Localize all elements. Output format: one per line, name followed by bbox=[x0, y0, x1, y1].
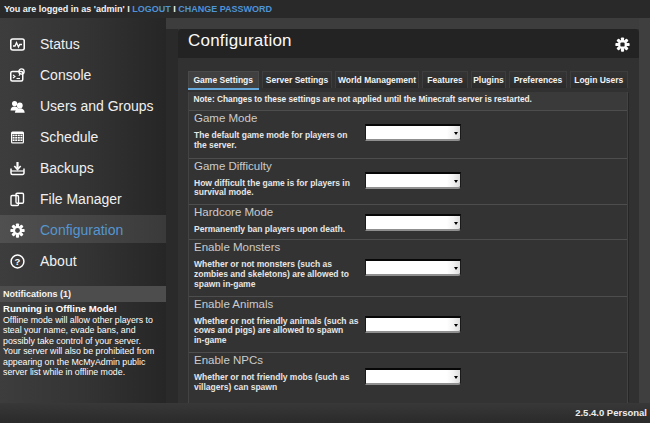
svg-text:?: ? bbox=[15, 256, 21, 267]
